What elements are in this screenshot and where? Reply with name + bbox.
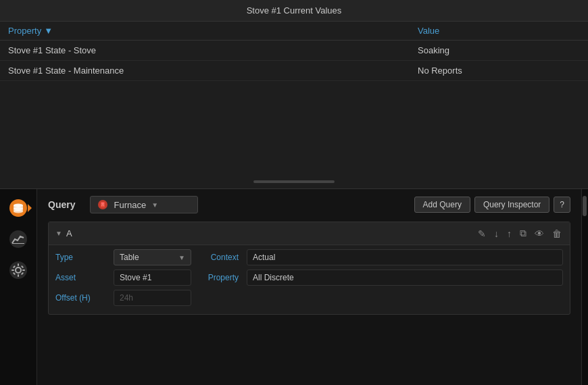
row-value-2: No Reports — [418, 66, 580, 76]
svg-rect-13 — [22, 270, 25, 271]
top-panel: Stove #1 Current Values Property ▼ Value… — [0, 0, 588, 189]
sidebar-item-chart[interactable] — [6, 227, 30, 251]
context-label: Context — [195, 253, 243, 262]
row-value-1: Soaking — [418, 45, 580, 55]
value-header: Value — [418, 26, 580, 36]
move-up-icon[interactable]: ↑ — [506, 227, 513, 240]
panel-title: Stove #1 Current Values — [0, 0, 588, 22]
scroll-indicator — [253, 180, 335, 183]
help-button[interactable]: ? — [554, 197, 570, 213]
add-query-button[interactable]: Add Query — [414, 197, 470, 213]
section-chevron[interactable]: ▼ — [55, 230, 62, 237]
main-content: Query Furnace ▼ Add Query Query Inspecto… — [37, 189, 581, 385]
query-section: ▼ A ✎ ↓ ↑ ⧉ 👁 🗑 Type Table — [48, 222, 570, 315]
delete-icon[interactable]: 🗑 — [551, 227, 563, 240]
move-down-icon[interactable]: ↓ — [493, 227, 500, 240]
furnace-icon — [97, 199, 108, 210]
svg-rect-10 — [18, 263, 19, 266]
field-row-asset: Asset Stove #1 Property All Discrete — [55, 270, 563, 286]
asset-value[interactable]: Stove #1 — [114, 270, 191, 286]
database-icon — [9, 199, 28, 217]
svg-point-5 — [14, 210, 23, 213]
svg-rect-7 — [12, 243, 24, 244]
row-property-2: Stove #1 State - Maintenance — [8, 66, 418, 76]
value-header-label: Value — [418, 26, 439, 36]
sidebar-item-database[interactable] — [6, 196, 30, 220]
copy-icon[interactable]: ⧉ — [518, 226, 528, 240]
property-sort-arrow: ▼ — [44, 26, 53, 36]
section-name: A — [66, 228, 72, 238]
offset-label: Offset (H) — [55, 293, 109, 303]
table-row[interactable]: Stove #1 State - Stove Soaking — [0, 41, 588, 61]
field-row-type: Type Table ▼ Context Actual — [55, 249, 563, 265]
query-bar: Query Furnace ▼ Add Query Query Inspecto… — [48, 196, 570, 213]
table-body: Stove #1 State - Stove Soaking Stove #1 … — [0, 41, 588, 81]
property-label: Property — [195, 273, 243, 282]
svg-rect-12 — [11, 270, 14, 271]
type-dropdown[interactable]: Table ▼ — [114, 249, 191, 265]
row-property-1: Stove #1 State - Stove — [8, 45, 418, 55]
query-fields: Type Table ▼ Context Actual Asset Stove … — [49, 245, 570, 314]
scrollbar-thumb — [583, 196, 587, 216]
property-header[interactable]: Property ▼ — [8, 26, 418, 36]
query-source-label: Furnace — [114, 200, 146, 210]
type-label: Type — [55, 253, 109, 262]
asset-text: Stove #1 — [120, 273, 151, 282]
type-value: Table — [120, 253, 139, 262]
visibility-icon[interactable]: 👁 — [533, 227, 545, 240]
table-row[interactable]: Stove #1 State - Maintenance No Reports — [0, 61, 588, 81]
context-value: Actual — [247, 249, 563, 265]
svg-rect-20 — [101, 203, 104, 204]
field-row-offset: Offset (H) — [55, 290, 563, 306]
sidebar-item-gear[interactable] — [6, 258, 30, 282]
query-source-dropdown[interactable]: Furnace ▼ — [90, 196, 198, 213]
panel-title-text: Stove #1 Current Values — [247, 5, 342, 16]
gear-icon — [9, 261, 28, 280]
dropdown-arrow: ▼ — [151, 201, 158, 209]
section-actions: ✎ ↓ ↑ ⧉ 👁 🗑 — [476, 226, 563, 240]
svg-rect-11 — [18, 274, 19, 277]
query-section-header: ▼ A ✎ ↓ ↑ ⧉ 👁 🗑 — [49, 222, 570, 245]
offset-input[interactable] — [114, 290, 191, 306]
edit-icon[interactable]: ✎ — [476, 227, 487, 240]
sidebar — [0, 189, 37, 385]
query-inspector-button[interactable]: Query Inspector — [474, 197, 549, 213]
query-label: Query — [48, 199, 75, 210]
property-value: All Discrete — [247, 270, 563, 286]
query-actions: Add Query Query Inspector ? — [414, 197, 570, 213]
property-header-label: Property — [8, 26, 41, 36]
table-header: Property ▼ Value — [0, 22, 588, 41]
type-arrow: ▼ — [178, 254, 185, 261]
chart-icon — [9, 230, 28, 249]
query-section-label: ▼ A — [55, 228, 72, 238]
asset-label: Asset — [55, 273, 109, 282]
bottom-panel: Query Furnace ▼ Add Query Query Inspecto… — [0, 189, 588, 385]
right-scrollbar[interactable] — [581, 189, 588, 385]
